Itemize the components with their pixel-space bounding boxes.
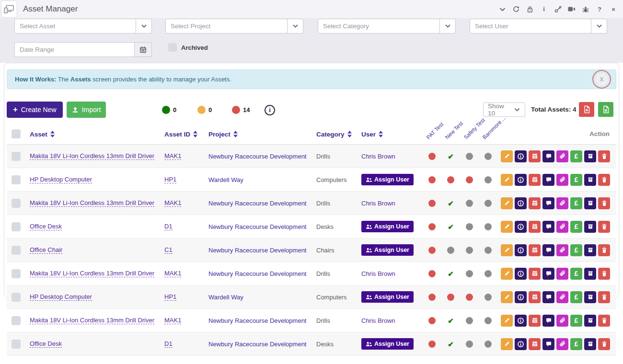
- comment-button[interactable]: [542, 268, 554, 280]
- row-checkbox[interactable]: [12, 246, 21, 255]
- column-header-new-test[interactable]: New Test: [444, 120, 464, 140]
- row-checkbox[interactable]: [12, 340, 21, 349]
- details-button[interactable]: [515, 197, 527, 209]
- row-checkbox[interactable]: [12, 175, 21, 184]
- assigned-user-link[interactable]: Chris Brown: [361, 317, 395, 324]
- archive-button[interactable]: [584, 244, 596, 256]
- edit-button[interactable]: [501, 315, 513, 327]
- import-button[interactable]: Import: [67, 102, 106, 118]
- bug-icon[interactable]: [582, 5, 589, 13]
- attachment-button[interactable]: [556, 174, 568, 186]
- archived-checkbox[interactable]: [168, 43, 177, 52]
- attachment-button[interactable]: [556, 244, 568, 256]
- edit-button[interactable]: [501, 221, 513, 233]
- show-count-select[interactable]: Show 10: [483, 102, 525, 117]
- details-button[interactable]: [515, 221, 527, 233]
- cost-button[interactable]: £: [570, 197, 582, 209]
- calendar-button[interactable]: [529, 174, 541, 186]
- comment-button[interactable]: [542, 338, 554, 350]
- asset-id-link[interactable]: MAK1: [164, 317, 181, 324]
- comment-button[interactable]: [542, 197, 554, 209]
- cost-button[interactable]: £: [570, 221, 582, 233]
- asset-link[interactable]: Makita 18V Li-Ion Cordless 13mm Drill Dr…: [30, 270, 154, 277]
- asset-link[interactable]: Makita 18V Li-Ion Cordless 13mm Drill Dr…: [30, 199, 154, 207]
- assigned-user-link[interactable]: Chris Brown: [361, 200, 395, 207]
- calendar-addon-button[interactable]: [134, 42, 152, 57]
- asset-id-link[interactable]: HP1: [164, 293, 176, 301]
- details-button[interactable]: [515, 150, 527, 162]
- asset-link[interactable]: Makita 18V Li-Ion Cordless 13mm Drill Dr…: [30, 317, 154, 324]
- row-checkbox[interactable]: [12, 316, 21, 325]
- edit-button[interactable]: [501, 291, 513, 303]
- row-checkbox[interactable]: [12, 269, 21, 278]
- delete-button[interactable]: [598, 315, 610, 327]
- delete-button[interactable]: [598, 150, 610, 162]
- info-icon[interactable]: i: [540, 5, 548, 13]
- calendar-button[interactable]: [529, 315, 541, 327]
- calendar-button[interactable]: [529, 150, 541, 162]
- attachment-button[interactable]: [556, 315, 568, 327]
- column-header-asset[interactable]: Asset: [30, 131, 55, 138]
- asset-id-link[interactable]: D1: [164, 223, 173, 230]
- assign-user-button[interactable]: Assign User: [361, 338, 414, 350]
- asset-link[interactable]: Office Chair: [30, 246, 62, 254]
- select-asset-dropdown[interactable]: Select Asset: [14, 19, 152, 34]
- asset-link[interactable]: Office Desk: [30, 223, 62, 230]
- asset-id-link[interactable]: MAK1: [164, 199, 181, 207]
- edit-button[interactable]: [501, 244, 513, 256]
- attachment-button[interactable]: [556, 221, 568, 233]
- archive-button[interactable]: [584, 338, 596, 350]
- asset-id-link[interactable]: D1: [164, 340, 173, 348]
- cost-button[interactable]: £: [570, 268, 582, 280]
- cost-button[interactable]: £: [570, 338, 582, 350]
- calendar-button[interactable]: [529, 268, 541, 280]
- attachment-button[interactable]: [556, 197, 568, 209]
- details-button[interactable]: [515, 338, 527, 350]
- edit-button[interactable]: [501, 268, 513, 280]
- video-icon[interactable]: [568, 5, 576, 13]
- select-category-dropdown[interactable]: Select Category: [318, 19, 456, 34]
- archive-button[interactable]: [584, 174, 596, 186]
- close-icon[interactable]: ×: [610, 5, 617, 13]
- comment-button[interactable]: [542, 150, 554, 162]
- asset-id-link[interactable]: MAK1: [164, 270, 181, 277]
- delete-button[interactable]: [598, 244, 610, 256]
- archive-button[interactable]: [584, 150, 596, 162]
- select-project-dropdown[interactable]: Select Project: [165, 19, 303, 34]
- asset-link[interactable]: HP Desktop Computer: [30, 293, 92, 301]
- cost-button[interactable]: £: [570, 174, 582, 186]
- assigned-user-link[interactable]: Chris Brown: [361, 153, 395, 160]
- pdf-export-button[interactable]: [579, 102, 594, 117]
- delete-button[interactable]: [598, 291, 610, 303]
- row-checkbox[interactable]: [12, 293, 21, 302]
- row-checkbox[interactable]: [12, 199, 21, 208]
- calendar-button[interactable]: [529, 197, 541, 209]
- edit-button[interactable]: [501, 338, 513, 350]
- calendar-button[interactable]: [529, 244, 541, 256]
- create-new-button[interactable]: + Create New: [7, 102, 63, 118]
- details-button[interactable]: [515, 174, 527, 186]
- archive-button[interactable]: [584, 197, 596, 209]
- asset-id-link[interactable]: MAK1: [164, 152, 181, 160]
- asset-link[interactable]: HP Desktop Computer: [30, 176, 92, 183]
- cost-button[interactable]: £: [570, 291, 582, 303]
- details-button[interactable]: [515, 268, 527, 280]
- asset-link[interactable]: Makita 18V Li-Ion Cordless 13mm Drill Dr…: [30, 152, 154, 160]
- archive-button[interactable]: [584, 315, 596, 327]
- delete-button[interactable]: [598, 268, 610, 280]
- column-header-category[interactable]: Category: [316, 131, 352, 138]
- collapse-icon[interactable]: [498, 5, 506, 13]
- cost-button[interactable]: £: [570, 315, 582, 327]
- delete-button[interactable]: [598, 221, 610, 233]
- attachment-button[interactable]: [556, 268, 568, 280]
- asset-link[interactable]: Office Desk: [30, 340, 62, 348]
- attachment-button[interactable]: [556, 291, 568, 303]
- key-icon[interactable]: [554, 5, 562, 13]
- asset-id-link[interactable]: HP1: [164, 176, 176, 183]
- cost-button[interactable]: £: [570, 150, 582, 162]
- asset-id-link[interactable]: C1: [164, 246, 173, 254]
- comment-button[interactable]: [542, 315, 554, 327]
- select-user-dropdown[interactable]: Select User: [470, 19, 607, 34]
- excel-export-button[interactable]: [598, 102, 613, 117]
- comment-button[interactable]: [542, 221, 554, 233]
